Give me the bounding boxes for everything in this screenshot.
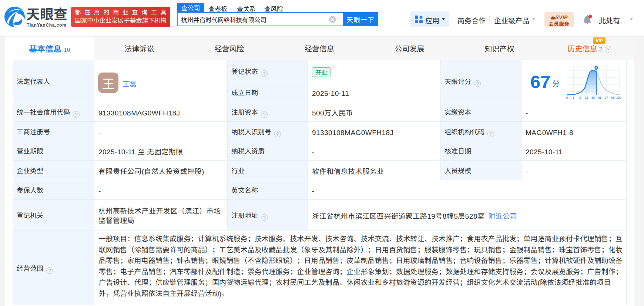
svg-text:1: 1 xyxy=(573,96,574,100)
svg-text:0: 0 xyxy=(566,96,568,100)
svg-text:100: 100 xyxy=(616,96,621,100)
svg-text:3: 3 xyxy=(579,96,581,100)
svg-text:99: 99 xyxy=(611,96,615,100)
svg-text:85: 85 xyxy=(598,96,602,100)
svg-text:97: 97 xyxy=(605,96,608,100)
svg-text:15: 15 xyxy=(585,96,588,100)
svg-text:50: 50 xyxy=(591,96,595,100)
